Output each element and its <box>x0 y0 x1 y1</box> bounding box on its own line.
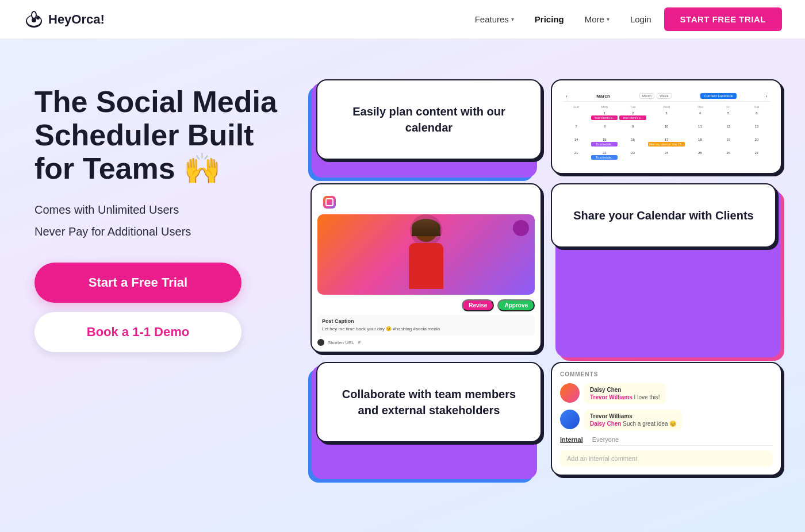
comment1-body: Daisy Chen Trevor Williams I love this! <box>584 383 666 404</box>
card-calendar: ‹ March Month Week Connect Facebook › Su… <box>551 79 782 174</box>
cal-day[interactable] <box>562 110 590 123</box>
logo[interactable]: HeyOrca! <box>23 9 105 30</box>
comment-item-2: Trevor Williams Daisy Chen Such a great … <box>560 410 773 430</box>
hero-subline1: Comes with Unlimited Users <box>34 202 299 218</box>
cal-day[interactable]: 8 <box>591 124 618 136</box>
comment2-mention: Daisy Chen <box>590 421 621 427</box>
card-plan-content: Easily plan content with our calendar <box>316 79 542 160</box>
comment2-text: Daisy Chen Such a great idea 😊 <box>590 421 676 427</box>
cal-header-fri: Fri <box>715 104 742 110</box>
card-collaborate-wrapper: Collaborate with team members and extern… <box>316 362 542 476</box>
post-caption-area: Post Caption Let hey me time back your d… <box>317 315 535 336</box>
chevron-down-icon: ▾ <box>607 16 610 22</box>
card-comments: COMMENTS Daisy Chen Trevor Williams I lo… <box>551 362 782 476</box>
hero-subline2: Never Pay for Additional Users <box>34 223 299 240</box>
cal-day[interactable]: 26 <box>715 150 742 163</box>
comment2-body: Trevor Williams Daisy Chen Such a great … <box>584 410 682 430</box>
card-post-approval: Revise Approve Post Caption Let hey me t… <box>310 183 542 353</box>
nav-pricing[interactable]: Pricing <box>527 10 572 29</box>
post-actions: Revise Approve <box>317 299 535 311</box>
cal-day[interactable]: 7 <box>562 124 590 136</box>
card-collaborate-text: Collaborate with team members and extern… <box>335 386 523 418</box>
hero-headline: The Social Media Scheduler Built for Tea… <box>34 85 299 186</box>
commenter1-name: Daisy Chen <box>590 387 660 393</box>
comment2-message: Such a great idea 😊 <box>623 421 676 427</box>
cal-view-month[interactable]: Month <box>639 93 655 99</box>
cal-day[interactable]: 3 <box>647 110 686 123</box>
comment-item-1: Daisy Chen Trevor Williams I love this! <box>560 383 773 404</box>
cal-day[interactable]: 6 <box>743 110 770 123</box>
cal-day[interactable]: 17Meet my client at Your Cli... <box>647 137 686 149</box>
cal-day[interactable]: 20 <box>743 137 770 149</box>
cal-header-sun: Sun <box>562 104 590 110</box>
post-caption-text: Let hey me time back your day 🙂 #hashtag… <box>322 326 530 332</box>
commenter2-name: Trevor Williams <box>590 413 676 419</box>
commenter1-avatar <box>560 383 580 403</box>
hero-section: The Social Media Scheduler Built for Tea… <box>0 39 805 532</box>
calendar-preview: ‹ March Month Week Connect Facebook › Su… <box>558 86 775 167</box>
tab-internal[interactable]: Internal <box>560 436 583 443</box>
chevron-down-icon: ▾ <box>511 16 514 22</box>
hero-left: The Social Media Scheduler Built for Tea… <box>34 74 299 352</box>
cal-header-mon: Mon <box>591 104 618 110</box>
cal-view-week[interactable]: Week <box>657 93 671 99</box>
nav-features[interactable]: Features ▾ <box>467 10 522 29</box>
revise-button[interactable]: Revise <box>462 299 494 311</box>
cal-day[interactable]: 27 <box>743 150 770 163</box>
card-post-approval-wrapper: Revise Approve Post Caption Let hey me t… <box>310 183 542 353</box>
nav-more[interactable]: More ▾ <box>577 10 618 29</box>
comment1-mention: Trevor Williams <box>590 394 632 400</box>
cal-day[interactable]: 24 <box>647 150 686 163</box>
approve-button[interactable]: Approve <box>497 299 535 311</box>
card-calendar-wrapper: ‹ March Month Week Connect Facebook › Su… <box>551 79 782 174</box>
cal-next[interactable]: › <box>766 94 767 98</box>
card-share-calendar: Share your Calendar with Clients <box>551 183 776 248</box>
nav-login[interactable]: Login <box>622 10 660 29</box>
cal-event: Your client's p... <box>591 115 618 120</box>
cal-day[interactable]: 2Your client's p... <box>619 110 646 123</box>
cal-day[interactable]: 9 <box>619 124 646 136</box>
cal-month-label: March <box>596 94 610 99</box>
cal-day[interactable]: 19 <box>715 137 742 149</box>
start-free-trial-button[interactable]: Start a Free Trial <box>34 263 241 303</box>
cal-day[interactable]: 4 <box>686 110 714 123</box>
cal-day[interactable]: 25 <box>686 150 714 163</box>
cal-prev[interactable]: ‹ <box>566 94 567 98</box>
comment-tabs: Internal Everyone <box>560 436 773 446</box>
person-head <box>415 219 438 242</box>
cal-event: Your client's p... <box>619 115 646 120</box>
commenter2-avatar <box>560 410 580 429</box>
cal-day[interactable]: 11 <box>686 124 714 136</box>
comment-input[interactable]: Add an internal comment <box>560 450 773 467</box>
shorten-url-label[interactable]: Shorten URL <box>328 340 354 345</box>
cal-day[interactable]: 10 <box>647 124 686 136</box>
card-comments-wrapper: COMMENTS Daisy Chen Trevor Williams I lo… <box>551 362 782 476</box>
cal-event: To schedule... <box>591 142 618 147</box>
cal-day[interactable]: 14 <box>562 137 590 149</box>
comment1-text: Trevor Williams I love this! <box>590 394 660 400</box>
card-plan-content-text: Easily plan content with our calendar <box>335 103 523 136</box>
cal-day[interactable]: 5 <box>715 110 742 123</box>
post-image <box>317 214 535 295</box>
cal-day[interactable]: 22To schedule... <box>591 150 618 163</box>
svg-point-4 <box>32 12 36 18</box>
cal-day[interactable]: 12 <box>715 124 742 136</box>
tab-everyone[interactable]: Everyone <box>592 436 619 443</box>
book-demo-button[interactable]: Book a 1-1 Demo <box>34 312 241 352</box>
cal-day[interactable]: 23 <box>619 150 646 163</box>
cal-day[interactable]: 13 <box>743 124 770 136</box>
cal-day[interactable]: 15To schedule... <box>591 137 618 149</box>
nav-links: Features ▾ Pricing More ▾ Login START FR… <box>467 7 782 31</box>
post-caption-name: Post Caption <box>322 318 530 324</box>
hero-right: Easily plan content with our calendar ‹ … <box>310 74 782 476</box>
post-decoration <box>513 220 529 236</box>
card-share-calendar-wrapper: Share your Calendar with Clients <box>551 183 776 353</box>
cal-day[interactable]: 16 <box>619 137 646 149</box>
cal-day[interactable]: 1Your client's p... <box>591 110 618 123</box>
cal-day[interactable]: 18 <box>686 137 714 149</box>
cal-connect-fb[interactable]: Connect Facebook <box>700 93 736 99</box>
navbar: HeyOrca! Features ▾ Pricing More ▾ Login… <box>0 0 805 39</box>
card-plan-content-wrapper: Easily plan content with our calendar <box>316 79 542 174</box>
nav-cta-button[interactable]: START FREE TRIAL <box>664 7 782 31</box>
cal-day[interactable]: 21 <box>562 150 590 163</box>
